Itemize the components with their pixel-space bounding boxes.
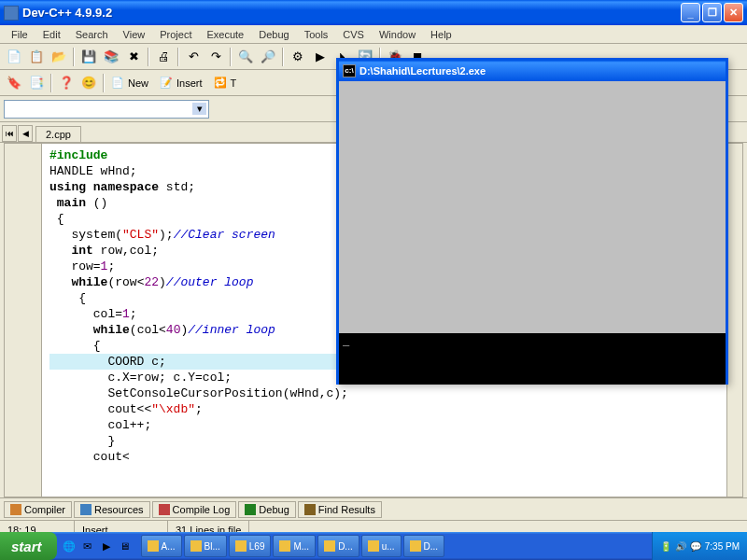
tab-icon bbox=[159, 504, 170, 515]
tab-icon bbox=[80, 504, 92, 515]
menu-window[interactable]: Window bbox=[372, 27, 423, 42]
quick-launch: 🌐 ✉ ▶ 🖥 bbox=[57, 536, 137, 556]
output-tabs: CompilerResourcesCompile LogDebugFind Re… bbox=[0, 497, 747, 520]
console-icon: c:\ bbox=[343, 64, 356, 77]
new-label: New bbox=[124, 77, 152, 89]
task-app-icon bbox=[235, 540, 247, 552]
minimize-button[interactable]: _ bbox=[681, 3, 700, 22]
save-icon[interactable]: 💾 bbox=[78, 47, 99, 67]
close-file-icon[interactable]: ✖ bbox=[123, 47, 144, 67]
console-window[interactable]: c:\ D:\Shahid\Lecrtures\2.exe _ bbox=[336, 58, 728, 385]
output-tab-compiler[interactable]: Compiler bbox=[4, 501, 72, 518]
mail-icon[interactable]: ✉ bbox=[79, 536, 96, 556]
compile-icon[interactable]: ⚙ bbox=[288, 47, 308, 67]
open-icon[interactable]: 📂 bbox=[49, 47, 69, 67]
start-button[interactable]: start bbox=[0, 532, 57, 560]
console-output bbox=[339, 81, 726, 333]
vertical-scrollbar[interactable] bbox=[726, 144, 742, 497]
console-title: D:\Shahid\Lecrtures\2.exe bbox=[359, 65, 486, 77]
menu-view[interactable]: View bbox=[116, 27, 153, 42]
tab-label: Find Results bbox=[318, 504, 375, 515]
new-button[interactable]: 📄 New bbox=[108, 73, 155, 93]
menu-tools[interactable]: Tools bbox=[297, 27, 336, 42]
output-tab-compile-log[interactable]: Compile Log bbox=[152, 501, 237, 518]
task-items: A...Bl...L69M...D...u...D... bbox=[137, 535, 652, 557]
windows-taskbar: start 🌐 ✉ ▶ 🖥 A...Bl...L69M...D...u...D.… bbox=[0, 532, 747, 560]
dropdown-arrow-icon: ▾ bbox=[192, 103, 206, 115]
find-icon[interactable]: 🔍 bbox=[235, 47, 256, 67]
tray-icon[interactable]: 🔊 bbox=[675, 541, 686, 552]
tab-icon bbox=[10, 504, 21, 515]
class-browser-combo[interactable]: ▾ bbox=[4, 100, 209, 119]
save-all-icon[interactable]: 📚 bbox=[101, 47, 121, 67]
tab-label: Compiler bbox=[24, 504, 65, 515]
menu-debug[interactable]: Debug bbox=[251, 27, 296, 42]
tab-icon bbox=[245, 504, 256, 515]
task-app-icon bbox=[410, 540, 421, 552]
console-bottom: _ bbox=[339, 333, 726, 385]
tab-scroll-first[interactable]: ⏮ bbox=[2, 125, 17, 142]
ie-icon[interactable]: 🌐 bbox=[61, 536, 78, 556]
toggle-bookmark-icon[interactable]: 🔖 bbox=[4, 73, 24, 93]
new-doc-icon: 📄 bbox=[111, 77, 124, 89]
tab-scroll-prev[interactable]: ◀ bbox=[18, 125, 33, 142]
output-tab-debug[interactable]: Debug bbox=[238, 501, 295, 518]
console-titlebar[interactable]: c:\ D:\Shahid\Lecrtures\2.exe bbox=[339, 61, 726, 81]
taskbar-item[interactable]: D... bbox=[403, 535, 445, 557]
task-app-icon bbox=[279, 540, 290, 552]
goto-bookmark-icon[interactable]: 📑 bbox=[26, 73, 47, 93]
tab-label: Compile Log bbox=[173, 504, 231, 515]
close-button[interactable]: ✕ bbox=[724, 3, 743, 22]
insert-icon: 📝 bbox=[160, 77, 173, 89]
insert-button[interactable]: 📝 Insert bbox=[157, 73, 209, 93]
editor-left-panel bbox=[5, 144, 42, 497]
taskbar-item[interactable]: u... bbox=[361, 535, 402, 557]
desktop-icon[interactable]: 🖥 bbox=[117, 536, 134, 556]
media-icon[interactable]: ▶ bbox=[98, 536, 115, 556]
task-app-icon bbox=[148, 540, 159, 552]
window-title: Dev-C++ 4.9.9.2 bbox=[22, 6, 681, 20]
run-icon[interactable]: ▶ bbox=[310, 47, 331, 67]
tab-label: Resources bbox=[94, 504, 144, 515]
menu-execute[interactable]: Execute bbox=[199, 27, 251, 42]
menubar: FileEditSearchViewProjectExecuteDebugToo… bbox=[0, 25, 747, 44]
clock[interactable]: 7:35 PM bbox=[705, 541, 740, 552]
menu-search[interactable]: Search bbox=[68, 27, 116, 42]
menu-project[interactable]: Project bbox=[152, 27, 199, 42]
redo-icon[interactable]: ↷ bbox=[205, 47, 226, 67]
menu-file[interactable]: File bbox=[4, 27, 35, 42]
tray-icon[interactable]: 💬 bbox=[690, 541, 701, 552]
maximize-button[interactable]: ❐ bbox=[702, 3, 722, 22]
about-icon[interactable]: 😊 bbox=[78, 73, 99, 93]
taskbar-item[interactable]: D... bbox=[317, 535, 359, 557]
task-app-icon bbox=[368, 540, 379, 552]
help-icon[interactable]: ❓ bbox=[56, 73, 77, 93]
taskbar-item[interactable]: M... bbox=[273, 535, 316, 557]
task-app-icon bbox=[324, 540, 335, 552]
output-tab-resources[interactable]: Resources bbox=[74, 501, 150, 518]
toggle-button[interactable]: 🔁 T bbox=[211, 73, 244, 93]
system-tray[interactable]: 🔋 🔊 💬 7:35 PM bbox=[652, 532, 747, 560]
tab-label: Debug bbox=[259, 504, 289, 515]
print-icon[interactable]: 🖨 bbox=[153, 47, 174, 67]
menu-edit[interactable]: Edit bbox=[35, 27, 68, 42]
undo-icon[interactable]: ↶ bbox=[183, 47, 204, 67]
output-tab-find-results[interactable]: Find Results bbox=[298, 501, 382, 518]
file-tab[interactable]: 2.cpp bbox=[35, 126, 81, 142]
app-icon bbox=[4, 6, 19, 21]
new-file-icon[interactable]: 📄 bbox=[4, 47, 24, 67]
insert-label: Insert bbox=[173, 77, 206, 89]
task-app-icon bbox=[190, 540, 202, 552]
toggle-label: T bbox=[227, 77, 241, 89]
replace-icon[interactable]: 🔎 bbox=[258, 47, 278, 67]
taskbar-item[interactable]: A... bbox=[141, 535, 182, 557]
new-project-icon[interactable]: 📋 bbox=[26, 47, 47, 67]
tray-icon[interactable]: 🔋 bbox=[660, 541, 671, 552]
console-cursor: _ bbox=[343, 335, 349, 348]
window-titlebar: Dev-C++ 4.9.9.2 _ ❐ ✕ bbox=[0, 0, 747, 25]
taskbar-item[interactable]: Bl... bbox=[184, 535, 227, 557]
taskbar-item[interactable]: L69 bbox=[229, 535, 272, 557]
menu-help[interactable]: Help bbox=[423, 27, 459, 42]
menu-cvs[interactable]: CVS bbox=[335, 27, 372, 42]
toggle-icon: 🔁 bbox=[214, 77, 227, 89]
